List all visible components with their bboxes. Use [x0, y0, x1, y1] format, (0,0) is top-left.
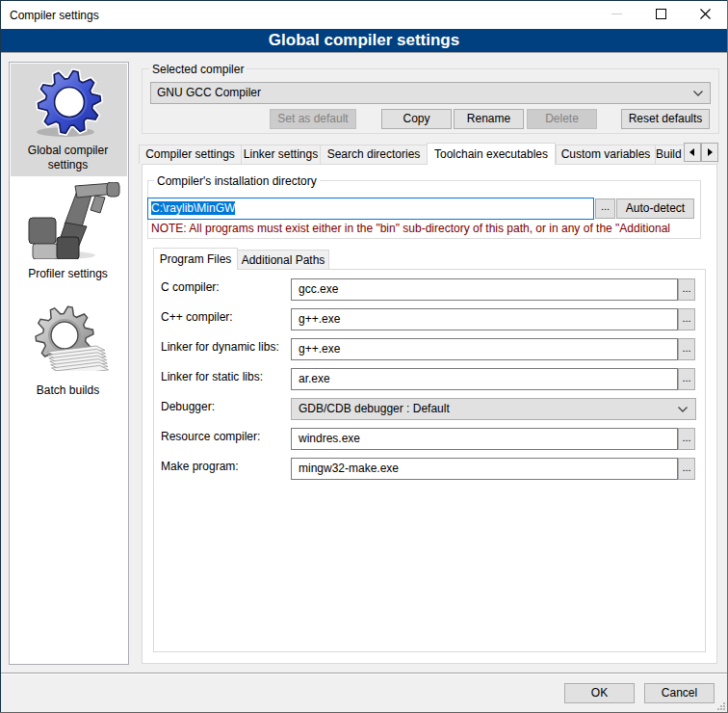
caliper-icon	[12, 182, 128, 259]
sidebar-item-profiler-settings[interactable]	[12, 182, 128, 262]
sidebar-item-label: Profiler settings	[10, 267, 126, 281]
selected-compiler-legend: Selected compiler	[149, 63, 247, 76]
arrow-right-icon	[707, 148, 713, 156]
field-label: Linker for dynamic libs:	[161, 340, 279, 354]
chevron-down-icon	[693, 91, 703, 96]
window-border-left	[0, 0, 1, 713]
close-button[interactable]	[683, 0, 727, 28]
tab-compiler-settings[interactable]: Compiler settings	[139, 145, 242, 164]
field-label: Debugger:	[161, 400, 215, 413]
browse-directory-button[interactable]: ...	[595, 198, 615, 219]
copy-button[interactable]: Copy	[381, 109, 452, 129]
tab-scroll-left-button[interactable]	[684, 143, 701, 162]
tab-custom-variables[interactable]: Custom variables	[556, 145, 656, 164]
tab-program-files[interactable]: Program Files	[153, 248, 238, 270]
browse-file-button[interactable]: ...	[678, 278, 695, 301]
gray-gear-stack-icon	[12, 304, 128, 371]
c++-compiler-input[interactable]: g++.exe	[291, 308, 678, 330]
linker-for-static-libs-input[interactable]: ar.exe	[291, 368, 678, 390]
rename-button[interactable]: Rename	[454, 109, 524, 129]
c-compiler-input[interactable]: gcc.exe	[291, 278, 678, 301]
compiler-select-value: GNU GCC Compiler	[157, 86, 261, 99]
note-text: NOTE: All programs must exist either in …	[151, 222, 697, 235]
arrow-left-icon	[689, 148, 695, 156]
delete-button: Delete	[527, 109, 597, 129]
browse-file-button[interactable]: ...	[678, 368, 695, 390]
settings-category-list: Global compilersettingsProfiler settings…	[9, 62, 129, 665]
field-label: Make program:	[161, 460, 239, 473]
sidebar-item-batch-builds[interactable]	[12, 304, 128, 374]
blue-gear-icon	[12, 67, 128, 139]
field-value: GDB/CDB debugger : Default	[299, 402, 450, 415]
reset-defaults-button[interactable]: Reset defaults	[621, 109, 710, 129]
sidebar-item-label: Batch builds	[10, 383, 126, 398]
tab-scroll-right-button[interactable]	[701, 143, 718, 162]
close-icon	[700, 9, 711, 19]
field-label: C++ compiler:	[161, 310, 233, 324]
installation-directory-input[interactable]: C:\raylib\MinGW	[147, 198, 594, 220]
tab-additional-paths[interactable]: Additional Paths	[237, 250, 329, 270]
cancel-button[interactable]: Cancel	[644, 683, 715, 703]
selected-text: C:\raylib\MinGW	[151, 201, 235, 215]
debugger-select[interactable]: GDB/CDB debugger : Default	[291, 398, 696, 420]
window-title: Compiler settings	[10, 8, 99, 23]
field-label: C compiler:	[161, 280, 220, 294]
browse-file-button[interactable]: ...	[678, 338, 695, 360]
make-program-input[interactable]: mingw32-make.exe	[291, 458, 678, 480]
set-as-default-button: Set as default	[270, 109, 356, 129]
compiler-settings-dialog: Compiler settings Global compiler settin…	[0, 0, 728, 713]
maximize-button[interactable]	[638, 0, 683, 28]
sidebar-item-global-compiler-settings[interactable]	[12, 67, 128, 142]
minimize-icon	[611, 9, 622, 19]
chevron-down-icon	[678, 407, 688, 412]
browse-file-button[interactable]: ...	[678, 308, 695, 330]
header-divider	[1, 52, 727, 53]
browse-file-button[interactable]: ...	[678, 428, 695, 450]
browse-file-button[interactable]: ...	[678, 458, 695, 480]
resize-grip[interactable]	[717, 702, 725, 710]
auto-detect-button[interactable]: Auto-detect	[616, 198, 694, 219]
resource-compiler-input[interactable]: windres.exe	[291, 428, 678, 450]
tab-toolchain-executables[interactable]: Toolchain executables	[427, 143, 556, 165]
field-label: Linker for static libs:	[161, 370, 263, 383]
maximize-icon	[656, 9, 666, 19]
linker-for-dynamic-libs-input[interactable]: g++.exe	[291, 338, 678, 360]
sidebar-item-label: Global compilersettings	[10, 144, 126, 172]
minimize-button[interactable]	[594, 0, 638, 28]
page-title: Global compiler settings	[1, 29, 727, 52]
installation-directory-legend: Compiler's installation directory	[154, 174, 320, 188]
ok-button[interactable]: OK	[564, 683, 635, 703]
tab-search-directories[interactable]: Search directories	[320, 145, 428, 164]
window-border-top	[0, 0, 728, 1]
footer-divider-highlight	[1, 673, 727, 674]
tab-linker-settings[interactable]: Linker settings	[241, 145, 321, 164]
field-label: Resource compiler:	[161, 430, 260, 443]
compiler-select[interactable]: GNU GCC Compiler	[150, 82, 711, 104]
